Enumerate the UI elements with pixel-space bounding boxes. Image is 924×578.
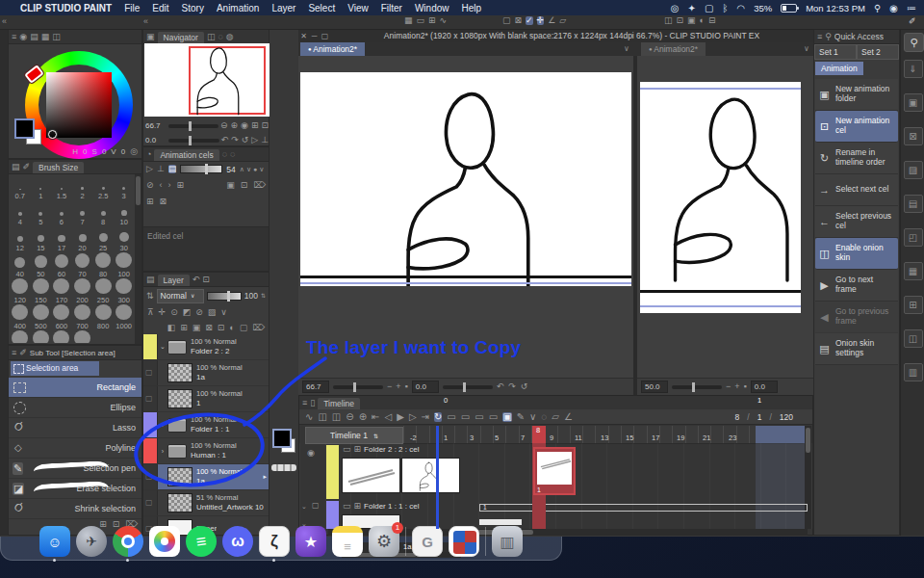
layer-prop-icon[interactable]: ∨ <box>220 308 227 317</box>
timeline-toolbar-icon[interactable]: ⊕ <box>359 412 367 422</box>
menu-layer[interactable]: Layer <box>271 3 295 13</box>
loop-start-playhead[interactable] <box>436 426 439 529</box>
layer-thumbnail[interactable] <box>167 389 192 408</box>
track-name[interactable]: ▭⊞Folder 2 : 2 : cel <box>343 445 419 454</box>
rotate-reset-icon[interactable]: ↷ <box>508 382 516 391</box>
material-folder-icon[interactable]: ⇓ <box>904 60 923 78</box>
main-color-swatch[interactable] <box>14 118 35 139</box>
tab-chevron-icon[interactable]: ∨ <box>804 44 809 53</box>
layer-thumbnail[interactable] <box>167 493 192 512</box>
timeline-toolbar-icon[interactable]: ▭ <box>461 412 470 422</box>
animation-cels-tab[interactable]: Animation cels <box>154 149 218 161</box>
brush-size-cell[interactable]: 100 <box>114 252 135 278</box>
timeline-toolbar-icon[interactable]: ▭ <box>489 412 498 422</box>
layer-prop-icon[interactable]: ▨ <box>208 308 217 317</box>
layer-thumbnail[interactable] <box>167 363 192 382</box>
panel-menu-icon[interactable]: ▤ <box>12 163 20 171</box>
saturation-value-square[interactable] <box>46 72 112 138</box>
rotate-reset-icon[interactable]: ↶ <box>497 382 504 391</box>
brush-size-tab[interactable]: Brush Size <box>33 162 84 173</box>
brush-size-cell[interactable]: 2 <box>72 174 93 200</box>
timeline-toolbar-icon[interactable]: ◫ <box>318 412 326 422</box>
command-bar-icon[interactable]: ▣ <box>687 16 696 25</box>
layer-search-icon[interactable]: ↶ <box>192 276 200 284</box>
brush-size-cell[interactable]: 4 <box>10 200 31 226</box>
timeline-toolbar-icon[interactable]: ↻ <box>434 412 442 422</box>
layer-action-icon[interactable]: ◧ <box>167 324 176 332</box>
pen-icon[interactable]: ✐ <box>909 16 916 26</box>
brush-size-cell[interactable]: 7 <box>72 200 93 226</box>
track-expander-icon[interactable]: ⌄ <box>301 503 307 510</box>
timeline-toolbar-icon[interactable]: ▭ <box>475 412 483 422</box>
brush-size-cell[interactable]: 10 <box>114 200 135 226</box>
layer-action-icon[interactable]: ⊞ <box>180 324 188 332</box>
navigator-preview[interactable] <box>144 43 270 117</box>
dock-app-icon[interactable] <box>449 526 479 557</box>
rotation-value[interactable]: 0.0 <box>412 381 439 393</box>
command-bar-icon[interactable]: ◐ <box>700 16 705 25</box>
layer-prop-icon[interactable]: ⊼ <box>147 308 154 317</box>
collapse-panel-icon[interactable]: « <box>2 16 7 26</box>
cel-action-icon[interactable]: ⊡ <box>241 181 248 190</box>
layer-row[interactable]: 100 % Normal 1 ▸ <box>143 386 269 412</box>
subview-tab-icon[interactable]: ◫ <box>207 33 216 41</box>
cel-nav-icon[interactable]: › <box>168 181 171 190</box>
track-checkbox[interactable]: ▢ <box>312 502 320 510</box>
quick-access-item[interactable]: Enable onion skin <box>815 238 898 270</box>
cel-misc-icon[interactable]: ⊠ <box>160 197 167 206</box>
layer-tab[interactable]: Layer <box>158 275 190 286</box>
timeline-toolbar-icon[interactable]: ∨ <box>529 412 536 422</box>
brush-size-cell[interactable]: 80 <box>92 252 114 278</box>
onion-skin-icon[interactable]: ▷ <box>146 165 153 173</box>
timeline-toolbar-icon[interactable]: ◁ <box>384 412 392 422</box>
item-bank-tab-icon[interactable]: ◌ <box>218 33 222 41</box>
dock-app-icon[interactable] <box>412 526 443 557</box>
dock-app-icon[interactable] <box>295 526 326 557</box>
layer-property-icon[interactable]: ⊡ <box>202 276 210 284</box>
command-bar-icon[interactable]: ⊟ <box>708 16 716 25</box>
brush-size-cell[interactable]: 1 <box>31 174 52 200</box>
blend-mode-select[interactable]: Normal∨ <box>157 289 204 303</box>
command-bar-icon[interactable]: ∠ <box>548 16 555 25</box>
menubar-status-icon[interactable]: ◠ <box>736 3 745 13</box>
menu-animation[interactable]: Animation <box>217 3 259 13</box>
layer-prop-icon[interactable]: ✛ <box>159 308 167 317</box>
sv-cursor[interactable] <box>48 130 57 139</box>
layer-color-tag[interactable] <box>143 412 158 437</box>
command-bar-icon[interactable]: ◫ <box>664 16 673 25</box>
command-bar-icon[interactable]: ⊞ <box>428 16 436 25</box>
zoom-value[interactable]: 66.7 <box>302 381 329 393</box>
onion-option-icon[interactable]: ∨ <box>259 166 264 172</box>
layer-expander-icon[interactable] <box>158 343 167 351</box>
cel-action-icon[interactable]: ▣ <box>226 181 235 190</box>
close-window-icon[interactable]: ✕ <box>298 32 309 40</box>
cel-thumbnail[interactable] <box>342 458 400 493</box>
dock-app-icon[interactable] <box>259 526 290 557</box>
track-eye-icon[interactable]: ◉ <box>307 449 315 458</box>
material-folder-icon[interactable]: ⊞ <box>904 296 923 314</box>
menu-window[interactable]: Window <box>415 3 449 13</box>
navigator-zoom-icon[interactable]: ⊞ <box>251 121 259 130</box>
onion-skin-icon[interactable]: ▤ <box>168 165 177 173</box>
sub-tool-group-tab[interactable]: Selection area <box>11 361 99 376</box>
quick-access-item[interactable]: New animation folder <box>815 79 898 111</box>
quick-access-item[interactable]: New animation cel <box>815 111 898 143</box>
brush-size-cell[interactable]: 150 <box>31 278 52 304</box>
canvas-view-right[interactable] <box>637 56 813 378</box>
dock-item[interactable] <box>405 527 406 556</box>
command-bar-icon[interactable]: ▦ <box>404 16 413 25</box>
timeline-toolbar-icon[interactable]: ⇤ <box>372 412 379 422</box>
canvas-paper-right[interactable] <box>640 82 801 313</box>
timeline-toolbar-icon[interactable]: ◫ <box>332 412 341 422</box>
sub-tool-item[interactable]: Shrink selection <box>9 499 141 519</box>
brush-size-cell[interactable]: 5 <box>31 200 52 226</box>
command-bar-icon[interactable]: ▱ <box>559 16 566 25</box>
brush-size-cell[interactable]: 6 <box>51 200 72 226</box>
layer-color-tag[interactable] <box>143 386 158 411</box>
color-wheel-tab-icon[interactable]: ◉ <box>19 33 27 41</box>
brush-size-cell[interactable]: 250 <box>92 278 114 304</box>
menubar-status-icon[interactable]: ◎ <box>671 3 680 13</box>
sub-tool-item[interactable]: Erase selection <box>9 479 141 499</box>
clip-segment-bar[interactable] <box>479 519 522 525</box>
zoom-window-icon[interactable]: ▢ <box>320 32 330 40</box>
